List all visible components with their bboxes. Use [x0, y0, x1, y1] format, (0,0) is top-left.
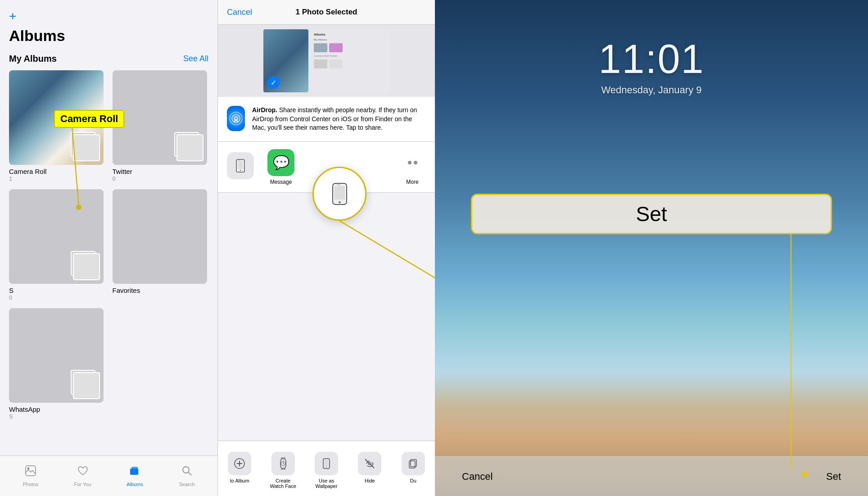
svg-rect-36: [337, 184, 340, 185]
nav-search-label: Search: [179, 482, 195, 487]
to-album-label: to Album: [230, 478, 249, 483]
album-item-s[interactable]: S 0: [9, 189, 105, 301]
thumb-stack-front: [73, 134, 100, 161]
album-name-camera-roll: Camera Roll: [9, 168, 105, 175]
preview-right-panel: Albums My Albums Camera Roll Twitter: [310, 29, 389, 92]
svg-rect-25: [283, 468, 285, 470]
album-item-twitter[interactable]: Twitter 0: [113, 70, 209, 182]
share-to-phone[interactable]: [227, 152, 254, 182]
action-create-watch-face[interactable]: CreateWatch Face: [261, 448, 304, 492]
phone-share-icon: [227, 152, 254, 179]
s-thumb: [9, 189, 104, 284]
actions-row: to Album CreateWatch Face: [218, 441, 435, 496]
wallpaper-icon: [315, 452, 338, 475]
favorites-thumb: ♡: [113, 189, 207, 284]
svg-rect-12: [238, 161, 243, 169]
twitter-thumb-front: [176, 134, 203, 161]
hide-label: Hide: [365, 478, 375, 483]
search-icon: [181, 465, 193, 480]
airdrop-heading: AirDrop.: [252, 106, 277, 114]
svg-line-7: [189, 473, 192, 476]
album-item-whatsapp[interactable]: WhatsApp S: [9, 308, 104, 420]
album-name-favorites: Favorites: [113, 287, 209, 294]
duplicate-icon: [402, 452, 425, 475]
share-title: 1 Photo Selected: [296, 8, 357, 17]
for-you-icon: [77, 465, 89, 480]
svg-rect-5: [131, 467, 138, 469]
action-duplicate[interactable]: Du: [392, 448, 435, 492]
nav-for-you[interactable]: For You: [65, 465, 101, 487]
section-title: My Albums: [9, 54, 57, 64]
album-name-whatsapp: WhatsApp: [9, 405, 104, 413]
camera-roll-thumb: [9, 70, 104, 165]
phone-annotation-icon: [327, 182, 352, 206]
albums-header: Albums: [0, 0, 217, 45]
nav-photos[interactable]: Photos: [13, 465, 49, 487]
s-thumb-front: [73, 253, 100, 280]
nav-albums-label: Albums: [127, 482, 143, 487]
more-label: More: [406, 179, 418, 185]
svg-line-21: [283, 464, 285, 464]
create-watch-face-label: CreateWatch Face: [270, 478, 296, 489]
photo-preview: ✓ Albums My Albums Camera Roll Twitter: [218, 25, 435, 97]
svg-rect-24: [281, 468, 283, 470]
share-cancel-button[interactable]: Cancel: [227, 8, 252, 17]
albums-panel: + Albums My Albums See All Camera Roll 1: [0, 0, 217, 496]
photos-icon: [25, 465, 36, 480]
lock-date: Wednesday, January 9: [601, 84, 702, 96]
action-to-album[interactable]: to Album: [218, 448, 261, 492]
album-item-favorites[interactable]: ♡ Favorites: [113, 189, 209, 301]
airdrop-icon: [227, 106, 245, 131]
lock-set-button[interactable]: Set: [826, 471, 841, 482]
album-name-twitter: Twitter: [113, 168, 209, 175]
add-button[interactable]: +: [9, 9, 16, 23]
annotation-dot-set: [802, 472, 807, 477]
albums-grid: Camera Roll 1 Twitter 0 S 0 ♡: [0, 70, 217, 301]
watch-face-icon: [271, 452, 295, 475]
svg-rect-22: [281, 458, 283, 460]
second-albums-row: WhatsApp S: [0, 301, 217, 420]
svg-rect-23: [283, 458, 285, 460]
svg-point-35: [339, 201, 341, 203]
svg-rect-4: [130, 469, 138, 475]
svg-point-13: [240, 169, 241, 171]
svg-point-8: [230, 112, 242, 125]
phone-circle-annotation: [312, 167, 366, 221]
albums-title: Albums: [9, 27, 65, 45]
album-item-camera-roll[interactable]: Camera Roll 1: [9, 70, 105, 182]
set-button-annotation: Set: [471, 194, 832, 234]
svg-rect-34: [335, 186, 345, 200]
svg-point-6: [183, 467, 189, 473]
svg-rect-14: [239, 160, 240, 160]
bottom-nav: Photos For You Albums: [0, 455, 217, 496]
annotation-line-set: [791, 234, 791, 469]
my-albums-section: My Albums See All: [0, 45, 217, 70]
checkmark: ✓: [267, 76, 280, 89]
use-as-wallpaper-label: Use asWallpaper: [315, 478, 337, 489]
airdrop-description: AirDrop. Share instantly with people nea…: [252, 106, 426, 132]
share-more[interactable]: More: [399, 149, 426, 185]
lock-cancel-button[interactable]: Cancel: [462, 471, 493, 482]
twitter-thumb: [113, 70, 207, 165]
duplicate-label: Du: [410, 478, 416, 483]
share-message[interactable]: 💬 Message: [267, 149, 294, 185]
action-hide[interactable]: Hide: [348, 448, 391, 492]
message-label: Message: [270, 179, 292, 185]
airdrop-section: AirDrop. Share instantly with people nea…: [218, 97, 435, 142]
nav-search[interactable]: Search: [169, 465, 205, 487]
action-use-as-wallpaper[interactable]: Use asWallpaper: [305, 448, 348, 492]
preview-image: ✓ Albums My Albums Camera Roll Twitter: [263, 29, 389, 92]
svg-rect-27: [324, 460, 329, 466]
wa-thumb-front: [73, 372, 100, 399]
album-count-camera-roll: 1: [9, 175, 105, 182]
albums-icon: [129, 465, 140, 480]
svg-point-28: [326, 467, 327, 468]
set-button-text: Set: [636, 202, 667, 226]
album-name-s: S: [9, 287, 105, 294]
nav-albums[interactable]: Albums: [117, 465, 153, 487]
message-icon: 💬: [267, 149, 294, 176]
lock-screen-panel: 11:01 Wednesday, January 9 Set Cancel Se…: [435, 0, 868, 496]
see-all-button[interactable]: See All: [183, 54, 208, 64]
share-panel: Cancel 1 Photo Selected ✓ Albums My Albu…: [217, 0, 435, 496]
heart-icon: ♡: [152, 226, 168, 247]
